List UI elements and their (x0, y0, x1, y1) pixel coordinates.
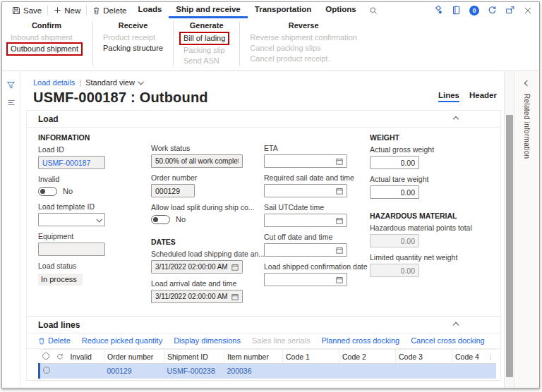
display-dimensions-button[interactable]: Display dimensions (174, 336, 241, 345)
required-sail-date-input[interactable] (264, 184, 347, 197)
collapse-icon[interactable] (453, 116, 459, 122)
calendar-icon[interactable] (231, 293, 239, 300)
ribbon-group-receive: Receive Product receipt Packing structur… (92, 21, 173, 66)
packing-structure-button[interactable]: Packing structure (103, 43, 163, 54)
column-header-code-4[interactable]: Code 4 (452, 350, 485, 364)
save-icon (12, 6, 20, 15)
row-selector-cell[interactable] (40, 364, 54, 379)
calendar-icon[interactable] (336, 217, 343, 224)
calendar-icon[interactable] (336, 276, 343, 283)
select-all-cell[interactable] (40, 350, 54, 364)
field-invalid: Invalid No (38, 175, 151, 197)
load-arrival-date-input[interactable]: 3/11/2022 02:00:00 AM (151, 290, 243, 303)
book-icon[interactable] (452, 6, 461, 15)
breadcrumb: Load details | Standard view (23, 77, 504, 88)
bill-of-lading-button[interactable]: Bill of lading (179, 32, 229, 45)
calendar-icon[interactable] (336, 247, 343, 254)
calendar-icon[interactable] (336, 158, 343, 165)
reduce-picked-quantity-button[interactable]: Reduce picked quantity (82, 336, 162, 345)
tab-lines[interactable]: Lines (438, 91, 459, 102)
filter-icon[interactable] (6, 81, 16, 90)
tab-transportation[interactable]: Transportation (248, 2, 319, 18)
load-lines-toolbar: Delete Reduce picked quantity Display di… (27, 333, 500, 349)
actual-gross-weight-input[interactable]: 0.00 (370, 156, 419, 169)
work-status-input[interactable]: 50.00% of all work completed (151, 154, 243, 168)
column-header-invalid[interactable]: Invalid (68, 350, 104, 364)
field-load-template-id: Load template ID (38, 202, 151, 226)
group-title-dates: DATES (151, 238, 264, 246)
tab-loads[interactable]: Loads (131, 2, 169, 18)
shapes-icon[interactable] (433, 6, 443, 16)
allow-load-split-toggle[interactable] (151, 215, 170, 224)
tab-ship-and-receive[interactable]: Ship and receive (169, 2, 247, 18)
view-selector[interactable]: Standard view (85, 78, 143, 87)
column-header-code-1[interactable]: Code 1 (283, 350, 339, 364)
shipped-confirmation-date-input[interactable] (264, 273, 347, 286)
scheduled-shipping-date-input[interactable]: 3/11/2022 02:00:00 AM (151, 260, 243, 274)
column-options-icon[interactable]: ⋮ (488, 353, 495, 361)
column-header-code-3[interactable]: Code 3 (396, 350, 452, 364)
ribbon-group-title: Receive (103, 21, 163, 30)
chevron-left-icon[interactable] (524, 80, 529, 86)
load-template-id-select[interactable] (38, 213, 105, 226)
sync-icon[interactable] (56, 353, 64, 360)
field-actual-tare-weight: Actual tare weight 0.00 (370, 175, 483, 199)
cell-shipment-id[interactable]: USMF-000238 (164, 364, 224, 379)
ribbon-group-reverse: Reverse Reverse shipment confirmation Ca… (239, 21, 367, 66)
outbound-shipment-button[interactable]: Outbound shipment (6, 42, 83, 56)
table-row[interactable]: 000129 USMF-000238 200036 (40, 364, 496, 379)
load-status-value: In process (38, 274, 83, 286)
expand-rail-icon[interactable] (7, 99, 16, 106)
refresh-icon[interactable] (488, 6, 497, 15)
tab-header[interactable]: Header (469, 91, 497, 102)
chevron-down-icon (96, 216, 102, 222)
group-title-weight: WEIGHT (370, 133, 483, 142)
planned-cross-docking-button[interactable]: Planned cross docking (321, 336, 399, 345)
eta-input[interactable] (264, 154, 347, 168)
chat-badge-icon[interactable]: 0 (469, 6, 479, 16)
calendar-icon[interactable] (231, 264, 239, 271)
calendar-icon[interactable] (336, 188, 343, 195)
field-hazardous-points-total: Hazardous material points total 0.00 (370, 223, 483, 247)
new-button[interactable]: New (49, 2, 85, 18)
cutoff-date-input[interactable] (264, 243, 347, 257)
close-icon[interactable] (524, 6, 532, 15)
select-all-radio[interactable] (42, 353, 49, 360)
ribbon-group-title: Reverse (250, 21, 357, 30)
load-id-input[interactable]: USMF-000187 (38, 156, 105, 169)
collapse-icon[interactable] (453, 322, 459, 328)
column-options-cell[interactable]: ⋮ (485, 350, 496, 364)
load-lines-section-header[interactable]: Load lines (27, 316, 500, 333)
invalid-toggle[interactable] (38, 187, 57, 196)
save-button[interactable]: Save (8, 2, 46, 18)
column-header-order-number[interactable]: Order number (104, 350, 164, 364)
breadcrumb-separator: | (79, 78, 81, 87)
cell-code-2 (339, 364, 396, 379)
delete-button[interactable]: Delete (88, 2, 131, 18)
search-button[interactable] (363, 2, 383, 18)
actual-tare-weight-input[interactable]: 0.00 (370, 185, 419, 199)
load-section-header[interactable]: Load (27, 111, 500, 128)
breadcrumb-link[interactable]: Load details (33, 78, 75, 87)
column-header-item-number[interactable]: Item number (224, 350, 283, 364)
related-information-panel[interactable]: Related information (514, 71, 539, 388)
vertical-scrollbar[interactable] (504, 71, 514, 388)
row-selector-radio[interactable] (43, 367, 50, 374)
ribbon-group-confirm: Confirm Inbound shipment Outbound shipme… (8, 21, 92, 66)
delete-line-button[interactable]: Delete (38, 336, 71, 345)
cancel-cross-docking-button[interactable]: Cancel cross docking (411, 336, 485, 345)
sail-utc-date-input[interactable] (264, 214, 347, 227)
field-work-status: Work status 50.00% of all work completed (151, 144, 264, 168)
scrollbar-thumb[interactable] (506, 115, 513, 377)
equipment-input[interactable] (38, 243, 105, 256)
column-header-code-2[interactable]: Code 2 (339, 350, 396, 364)
tab-options[interactable]: Options (318, 2, 363, 18)
cell-code-1 (283, 364, 339, 379)
page-title: USMF-000187 : Outbound (33, 90, 208, 106)
cell-item-number[interactable]: 200036 (224, 364, 283, 379)
popout-icon[interactable] (505, 6, 515, 15)
send-asn-button: Send ASN (183, 56, 219, 66)
cell-order-number[interactable]: 000129 (104, 364, 164, 379)
order-number-input[interactable]: 000129 (151, 184, 195, 197)
column-header-shipment-id[interactable]: Shipment ID (164, 350, 224, 364)
